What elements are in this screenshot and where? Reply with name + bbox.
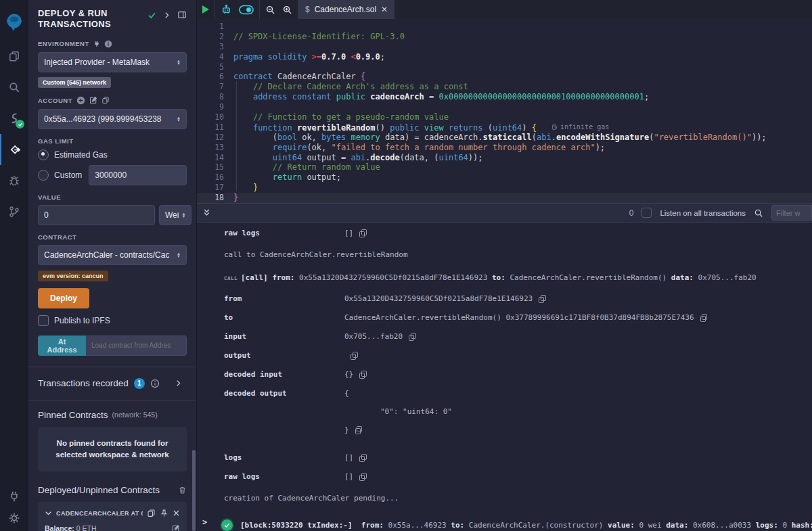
edit-account-icon[interactable]	[89, 96, 97, 104]
copilot-toggle-icon[interactable]	[239, 5, 254, 15]
code-line[interactable]: 14 uint64 output = abi.decode(data, (uin…	[197, 153, 812, 163]
terminal-multiline-row[interactable]: decoded output{ "0": "uint64: 0"}	[197, 389, 812, 444]
run-script-button[interactable]	[197, 0, 215, 19]
plug-mini-icon	[93, 41, 100, 47]
zoom-in-icon[interactable]	[282, 5, 292, 15]
ai-assistant-icon[interactable]	[221, 4, 232, 16]
code-line[interactable]: 11 function revertibleRandom() public vi…	[197, 122, 812, 133]
code-line[interactable]: 17 }	[197, 183, 812, 193]
terminal-search-icon[interactable]	[754, 208, 763, 218]
estimated-gas-option[interactable]: Estimated Gas	[38, 149, 187, 160]
copy-icon[interactable]	[700, 314, 707, 321]
code-line[interactable]: 1	[197, 22, 812, 32]
terminal-kv-row[interactable]: raw logs[]	[197, 472, 812, 482]
terminal-kv-row[interactable]: output	[197, 351, 812, 361]
solidity-compiler-icon[interactable]	[0, 103, 28, 134]
terminal-kv-row[interactable]: from0x55a1320D432759960C5Df0215a8dF78e1E…	[197, 294, 812, 304]
code-line[interactable]: 5	[197, 62, 812, 72]
code-line[interactable]: 2// SPDX-License-Identifier: GPL-3.0	[197, 32, 812, 42]
chevron-right-icon[interactable]	[175, 379, 182, 387]
chevron-updown-icon: ▲▼	[177, 252, 181, 258]
edit-balance-icon[interactable]	[172, 524, 180, 531]
close-contract-icon[interactable]	[173, 509, 180, 517]
copy-icon[interactable]	[359, 473, 366, 480]
value-input[interactable]	[38, 205, 155, 225]
code-line[interactable]: 6contract CadenceArchCaler {	[197, 72, 812, 82]
line-number: 14	[197, 153, 233, 163]
terminal-text-row[interactable]: call to CadenceArchCaler.revertibleRando…	[197, 250, 812, 260]
settings-gear-icon[interactable]	[8, 512, 20, 524]
code-line[interactable]: 8 address constant public cadenceArch = …	[197, 92, 812, 102]
git-icon[interactable]	[0, 196, 28, 227]
terminal-filter-input[interactable]	[771, 205, 812, 221]
play-icon[interactable]	[202, 5, 209, 14]
code-line[interactable]: 15 // Return random value	[197, 162, 812, 172]
file-explorer-icon[interactable]	[0, 41, 28, 72]
code-line[interactable]: 10 // Function to get a pseudo-random va…	[197, 112, 812, 122]
chevron-down-icon[interactable]	[45, 509, 52, 517]
account-select[interactable]: 0x55a...46923 (999.9999453238 ▲▼	[38, 109, 187, 129]
close-tab-icon[interactable]: ✕	[381, 5, 388, 14]
code-line[interactable]: 12 (bool ok, bytes memory data) = cadenc…	[197, 133, 812, 143]
remix-logo-icon[interactable]	[0, 4, 28, 41]
pin-contract-icon[interactable]	[160, 509, 168, 517]
at-address-input[interactable]	[86, 336, 187, 356]
trash-icon[interactable]	[178, 486, 187, 494]
terminal-output[interactable]: raw logs[]call to CadenceArchCaler.rever…	[197, 223, 812, 531]
tab-cadencearch-sol[interactable]: $ CadenceArch.sol ✕	[298, 0, 394, 19]
code-line[interactable]: 13 require(ok, "failed to fetch a random…	[197, 143, 812, 153]
copy-icon[interactable]	[355, 426, 362, 434]
deploy-run-icon[interactable]	[0, 134, 30, 165]
add-account-icon[interactable]	[76, 96, 85, 105]
publish-ipfs-option[interactable]: Publish to IPFS	[38, 315, 187, 326]
radio-unselected-icon[interactable]	[38, 170, 49, 181]
copy-icon[interactable]	[359, 229, 366, 237]
listen-checkbox[interactable]	[641, 208, 652, 218]
terminal-text-row[interactable]: creation of CadenceArchCaler pending...	[197, 494, 812, 503]
terminal-call-row[interactable]: CALL[call] from: 0x55a1320D432759960C5Df…	[197, 273, 812, 283]
copy-icon[interactable]	[539, 295, 545, 302]
terminal-kv-row[interactable]: logs[]	[197, 453, 812, 463]
code-line[interactable]: 9	[197, 102, 812, 112]
code-line[interactable]: 3	[197, 42, 812, 52]
code-editor[interactable]: 12// SPDX-License-Identifier: GPL-3.034p…	[197, 19, 812, 203]
custom-gas-option[interactable]: Custom	[38, 165, 187, 185]
copy-icon[interactable]	[351, 352, 357, 359]
plugin-manager-icon[interactable]	[8, 490, 20, 503]
radio-selected-icon[interactable]	[38, 149, 49, 160]
environment-select[interactable]: Injected Provider - MetaMask ▲▼	[38, 52, 187, 72]
info-outline-icon[interactable]	[150, 379, 160, 388]
terminal-kv-row[interactable]: input0x705...fab20	[197, 332, 812, 342]
code-line[interactable]: 7 // Declare Cadence Arch's address as a…	[197, 82, 812, 92]
transactions-recorded-row[interactable]: Transactions recorded 1	[38, 367, 187, 400]
at-address-button[interactable]: At Address	[38, 336, 86, 356]
contract-select[interactable]: CadenceArchCaler - contracts/Cac ▲▼	[38, 245, 187, 265]
terminal-kv-row[interactable]: decoded input{}	[197, 370, 812, 379]
deploy-run-panel: DEPLOY & RUN TRANSACTIONS ENVIRONMENT In…	[28, 0, 197, 531]
checkbox-icon[interactable]	[38, 315, 49, 326]
line-number: 10	[197, 112, 233, 122]
copy-icon[interactable]	[359, 454, 366, 461]
panel-expand-icon[interactable]	[163, 11, 171, 19]
pin-panel-icon[interactable]	[177, 10, 187, 20]
info-icon[interactable]	[104, 40, 112, 48]
code-line[interactable]: 16 return output;	[197, 172, 812, 183]
code-line[interactable]: 4pragma solidity >=0.7.0 <0.9.0;	[197, 52, 812, 62]
deploy-button[interactable]: Deploy	[38, 288, 89, 308]
custom-gas-input[interactable]	[89, 165, 187, 185]
expand-terminal-icon[interactable]	[202, 208, 211, 217]
search-icon[interactable]	[0, 72, 28, 103]
terminal-kv-row[interactable]: raw logs[]	[197, 229, 812, 238]
code-line[interactable]: 18}	[197, 193, 812, 203]
copy-icon[interactable]	[409, 333, 415, 340]
debugger-icon[interactable]	[0, 165, 28, 196]
copy-icon[interactable]	[359, 371, 366, 378]
sidepanel-scrollbar[interactable]	[192, 450, 196, 531]
terminal-kv-row[interactable]: toCadenceArchCaler.revertibleRandom() 0x…	[197, 313, 812, 323]
terminal-prompt[interactable]: >	[202, 517, 207, 527]
copy-account-icon[interactable]	[102, 96, 110, 104]
value-unit-select[interactable]: Wei ▲▼	[159, 205, 191, 225]
copy-contract-icon[interactable]	[147, 509, 156, 517]
terminal-block-row[interactable]: [block:5033220 txIndex:-] from: 0x55a...…	[197, 520, 812, 531]
zoom-out-icon[interactable]	[265, 5, 275, 15]
